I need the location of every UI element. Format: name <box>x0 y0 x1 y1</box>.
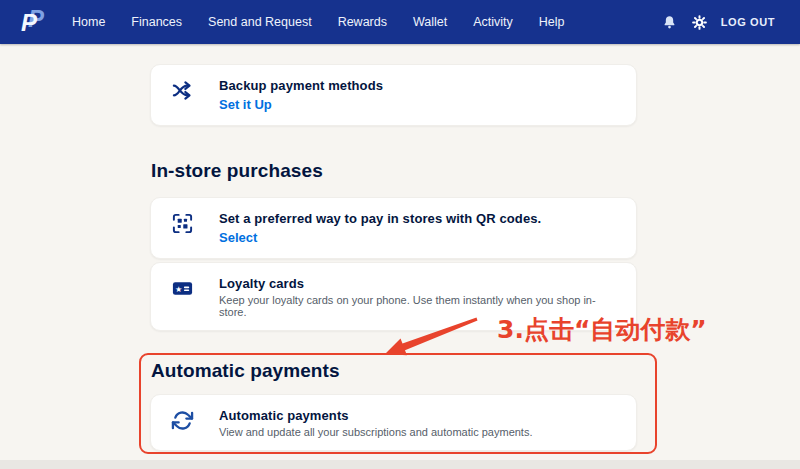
card-subtitle: View and update all your subscriptions a… <box>219 426 532 438</box>
nav-item-rewards[interactable]: Rewards <box>338 15 387 29</box>
top-navbar: P P Home Finances Send and Request Rewar… <box>0 0 800 44</box>
navbar-right-controls: LOG OUT <box>661 14 800 31</box>
card-text: Backup payment methods Set it Up <box>219 78 383 113</box>
card-title: Set a preferred way to pay in stores wit… <box>219 211 541 226</box>
nav-item-home[interactable]: Home <box>72 15 105 29</box>
select-link[interactable]: Select <box>219 230 257 245</box>
nav-item-activity[interactable]: Activity <box>473 15 513 29</box>
card-title: Loyalty cards <box>219 276 616 291</box>
qr-codes-pay-card[interactable]: Set a preferred way to pay in stores wit… <box>150 197 637 259</box>
nav-item-send-and-request[interactable]: Send and Request <box>208 15 312 29</box>
card-title: Automatic payments <box>219 408 532 423</box>
svg-text:★: ★ <box>175 284 182 294</box>
paypal-logo[interactable]: P P <box>20 6 50 38</box>
nav-item-help[interactable]: Help <box>539 15 565 29</box>
page-section-divider <box>0 460 800 469</box>
gear-icon[interactable] <box>691 14 708 31</box>
nav-item-finances[interactable]: Finances <box>131 15 182 29</box>
logout-button[interactable]: LOG OUT <box>721 16 775 28</box>
section-heading-in-store-purchases: In-store purchases <box>151 160 323 182</box>
paypal-logo-front-p: P <box>21 11 37 35</box>
card-text: Set a preferred way to pay in stores wit… <box>219 211 541 246</box>
main-nav: Home Finances Send and Request Rewards W… <box>72 15 565 29</box>
backup-payment-methods-card[interactable]: Backup payment methods Set it Up <box>150 64 637 126</box>
annotation-step-text: 3.点击“自动付款” <box>497 313 707 346</box>
sync-refresh-icon <box>171 409 194 432</box>
nav-item-wallet[interactable]: Wallet <box>413 15 447 29</box>
shuffle-icon <box>171 79 194 102</box>
set-it-up-link[interactable]: Set it Up <box>219 97 272 112</box>
paypal-settings-page: P P Home Finances Send and Request Rewar… <box>0 0 800 469</box>
bell-icon[interactable] <box>661 14 678 31</box>
card-text: Loyalty cards Keep your loyalty cards on… <box>219 276 616 318</box>
card-text: Automatic payments View and update all y… <box>219 408 532 438</box>
card-title: Backup payment methods <box>219 78 383 93</box>
qr-scan-icon <box>171 212 194 235</box>
loyalty-card-icon: ★ <box>171 277 194 300</box>
automatic-payments-card[interactable]: Automatic payments View and update all y… <box>150 394 637 451</box>
section-heading-automatic-payments: Automatic payments <box>151 360 340 382</box>
